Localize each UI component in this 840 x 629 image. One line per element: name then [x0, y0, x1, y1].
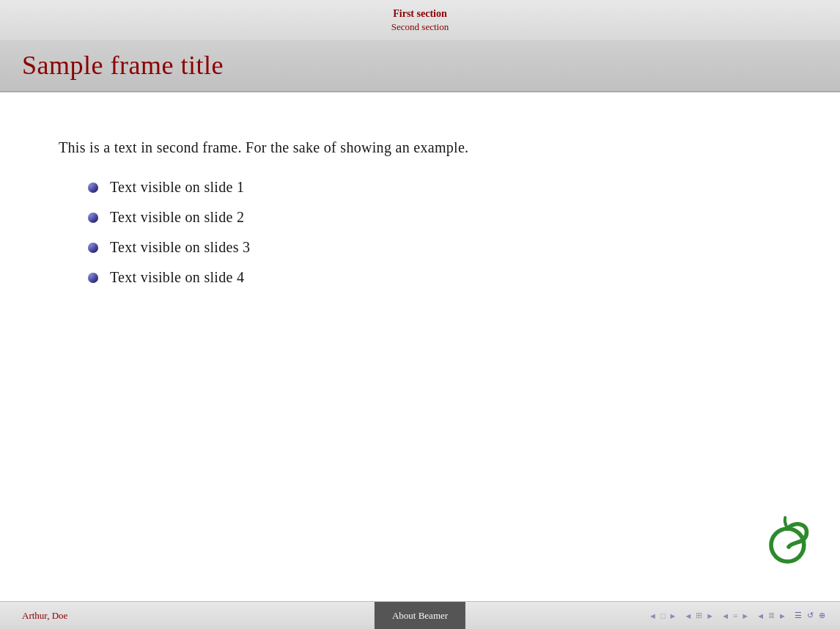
- menu-icon[interactable]: ☰: [795, 611, 802, 620]
- bullet-text-2: Text visible on slide 2: [110, 209, 244, 226]
- overleaf-logo-icon: [759, 509, 818, 567]
- next-arrow-icon[interactable]: ►: [669, 611, 677, 620]
- nav-second-section: Second section: [391, 21, 449, 33]
- prev-arrow-icon[interactable]: ◄: [649, 611, 657, 620]
- list-item: Text visible on slide 2: [88, 209, 781, 226]
- logo-area: [759, 509, 818, 570]
- slide-container: First section Second section Sample fram…: [0, 0, 840, 629]
- footer: Arthur, Doe About Beamer ◄ □ ► ◄ ⊞ ► ◄ ≡…: [0, 601, 840, 629]
- bullet-dot-2: [88, 213, 98, 223]
- nav-sep-7: ≣: [768, 611, 775, 620]
- prev-section-icon[interactable]: ◄: [721, 611, 729, 620]
- footer-author: Arthur, Doe: [22, 610, 67, 622]
- prev-subsection-icon[interactable]: ◄: [756, 611, 765, 620]
- footer-center: About Beamer: [375, 602, 465, 629]
- footer-title: About Beamer: [392, 610, 448, 622]
- list-item: Text visible on slide 1: [88, 179, 781, 196]
- bullet-text-4: Text visible on slide 4: [110, 269, 244, 286]
- bullet-text-1: Text visible on slide 1: [110, 179, 244, 196]
- nav-first-section: First section: [393, 8, 446, 20]
- frame-title: Sample frame title: [22, 50, 818, 81]
- bullet-dot-4: [88, 273, 98, 283]
- main-text: This is a text in second frame. For the …: [59, 136, 781, 158]
- search-icon[interactable]: ↺: [807, 611, 814, 620]
- title-bar: Sample frame title: [0, 41, 840, 92]
- nav-sections: First section Second section: [391, 8, 449, 33]
- footer-left: Arthur, Doe: [0, 610, 424, 622]
- next-page-icon[interactable]: ►: [706, 611, 714, 620]
- nav-sep-5: ≡: [733, 611, 737, 620]
- bullet-list: Text visible on slide 1 Text visible on …: [59, 179, 781, 286]
- bullet-dot-3: [88, 243, 98, 253]
- next-section-icon[interactable]: ►: [741, 611, 749, 620]
- next-subsection-icon[interactable]: ►: [778, 611, 786, 620]
- list-item: Text visible on slide 4: [88, 269, 781, 286]
- prev-page-icon[interactable]: ◄: [684, 611, 692, 620]
- nav-controls: ◄ □ ► ◄ ⊞ ► ◄ ≡ ► ◄ ≣ ► ☰ ↺ ⊕: [649, 611, 825, 620]
- nav-sep-1: □: [660, 611, 666, 620]
- footer-right: ◄ □ ► ◄ ⊞ ► ◄ ≡ ► ◄ ≣ ► ☰ ↺ ⊕: [424, 611, 840, 620]
- zoom-icon[interactable]: ⊕: [819, 611, 825, 620]
- list-item: Text visible on slides 3: [88, 239, 781, 256]
- nav-sep-3: ⊞: [696, 611, 702, 620]
- content-area: This is a text in second frame. For the …: [0, 92, 840, 601]
- nav-bar: First section Second section: [0, 0, 840, 41]
- bullet-dot-1: [88, 183, 98, 193]
- bullet-text-3: Text visible on slides 3: [110, 239, 250, 256]
